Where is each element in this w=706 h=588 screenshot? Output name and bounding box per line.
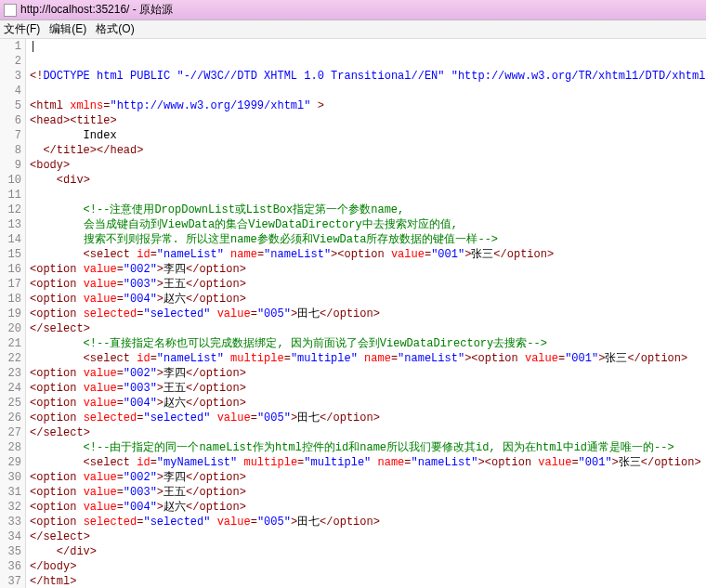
code-line[interactable]: <!DOCTYPE html PUBLIC "-//W3C//DTD XHTML… xyxy=(30,69,706,84)
code-line[interactable]: <option value="004">赵六</option> xyxy=(30,500,706,515)
code-line[interactable]: <head><title> xyxy=(30,113,706,128)
line-number-gutter: 1234567891011121314151617181920212223242… xyxy=(0,39,26,588)
line-number: 34 xyxy=(0,529,21,544)
code-line[interactable]: <body> xyxy=(30,158,706,173)
line-number: 32 xyxy=(0,500,21,515)
code-line[interactable]: <select id="nameList" multiple="multiple… xyxy=(30,351,706,366)
line-number: 17 xyxy=(0,277,21,292)
window-titlebar[interactable]: http://localhost:35216/ - 原始源 xyxy=(0,0,706,20)
code-line[interactable]: </select> xyxy=(30,425,706,440)
code-line[interactable] xyxy=(30,54,706,69)
code-line[interactable] xyxy=(30,84,706,98)
line-number: 23 xyxy=(0,366,21,381)
line-number: 4 xyxy=(0,84,21,98)
code-line[interactable]: <!--注意使用DropDownList或ListBox指定第一个参数name, xyxy=(30,203,706,217)
line-number: 27 xyxy=(0,425,21,440)
code-line[interactable]: <option value="003">王五</option> xyxy=(30,381,706,396)
line-number: 9 xyxy=(0,158,21,173)
code-line[interactable]: <option value="002">李四</option> xyxy=(30,366,706,381)
line-number: 36 xyxy=(0,559,21,574)
code-line[interactable]: <option value="003">王五</option> xyxy=(30,277,706,292)
line-number: 7 xyxy=(0,128,21,143)
line-number: 13 xyxy=(0,217,21,232)
code-line[interactable]: <option value="004">赵六</option> xyxy=(30,292,706,307)
code-line[interactable]: Index xyxy=(30,128,706,143)
line-number: 15 xyxy=(0,247,21,262)
code-line[interactable]: <html xmlns="http://www.w3.org/1999/xhtm… xyxy=(30,98,706,113)
code-line[interactable]: <select id="nameList" name="nameList"><o… xyxy=(30,247,706,262)
source-editor[interactable]: 1234567891011121314151617181920212223242… xyxy=(0,39,706,588)
line-number: 31 xyxy=(0,485,21,500)
code-line[interactable]: <option value="002">李四</option> xyxy=(30,470,706,485)
line-number: 16 xyxy=(0,262,21,277)
line-number: 3 xyxy=(0,69,21,84)
line-number: 10 xyxy=(0,173,21,188)
menu-edit[interactable]: 编辑(E) xyxy=(49,21,86,37)
code-line[interactable]: 搜索不到则报异常. 所以这里name参数必须和ViewData所存放数据的键值一… xyxy=(30,232,706,247)
code-area[interactable]: | <!DOCTYPE html PUBLIC "-//W3C//DTD XHT… xyxy=(26,39,706,588)
line-number: 19 xyxy=(0,307,21,321)
line-number: 28 xyxy=(0,440,21,455)
code-line[interactable]: | xyxy=(30,39,706,54)
line-number: 12 xyxy=(0,203,21,217)
code-line[interactable]: <select id="myNameList" multiple="multip… xyxy=(30,455,706,470)
line-number: 20 xyxy=(0,321,21,336)
line-number: 26 xyxy=(0,411,21,425)
code-line[interactable]: </div> xyxy=(30,544,706,559)
line-number: 6 xyxy=(0,113,21,128)
line-number: 24 xyxy=(0,381,21,396)
line-number: 25 xyxy=(0,396,21,411)
line-number: 2 xyxy=(0,54,21,69)
code-line[interactable]: <option value="003">王五</option> xyxy=(30,485,706,500)
code-line[interactable]: <option value="002">李四</option> xyxy=(30,262,706,277)
code-line[interactable]: </select> xyxy=(30,321,706,336)
line-number: 11 xyxy=(0,188,21,203)
menu-format[interactable]: 格式(O) xyxy=(96,21,134,37)
line-number: 30 xyxy=(0,470,21,485)
line-number: 1 xyxy=(0,39,21,54)
code-line[interactable]: </body> xyxy=(30,559,706,574)
line-number: 14 xyxy=(0,232,21,247)
line-number: 33 xyxy=(0,515,21,529)
code-line[interactable]: 会当成键自动到ViewData的集合ViewDataDirectory中去搜索对… xyxy=(30,217,706,232)
line-number: 22 xyxy=(0,351,21,366)
code-line[interactable]: </html> xyxy=(30,574,706,588)
code-line[interactable]: <option selected="selected" value="005">… xyxy=(30,307,706,321)
code-line[interactable]: <!--由于指定的同一个nameList作为html控件的id和name所以我们… xyxy=(30,440,706,455)
code-line[interactable]: <option value="004">赵六</option> xyxy=(30,396,706,411)
code-line[interactable]: </title></head> xyxy=(30,143,706,158)
code-line[interactable]: <div> xyxy=(30,173,706,188)
app-icon xyxy=(4,4,17,17)
code-line[interactable]: <option selected="selected" value="005">… xyxy=(30,411,706,425)
line-number: 21 xyxy=(0,336,21,351)
code-line[interactable] xyxy=(30,188,706,203)
code-line[interactable]: </select> xyxy=(30,529,706,544)
window-title: http://localhost:35216/ - 原始源 xyxy=(20,2,173,18)
line-number: 29 xyxy=(0,455,21,470)
line-number: 8 xyxy=(0,143,21,158)
menu-file[interactable]: 文件(F) xyxy=(4,21,40,37)
line-number: 35 xyxy=(0,544,21,559)
line-number: 5 xyxy=(0,98,21,113)
code-line[interactable]: <!--直接指定名称也可以完成数据绑定, 因为前面说了会到ViewDataDir… xyxy=(30,336,706,351)
line-number: 18 xyxy=(0,292,21,307)
line-number: 37 xyxy=(0,574,21,588)
menu-bar: 文件(F) 编辑(E) 格式(O) xyxy=(0,20,706,39)
code-line[interactable]: <option selected="selected" value="005">… xyxy=(30,515,706,529)
